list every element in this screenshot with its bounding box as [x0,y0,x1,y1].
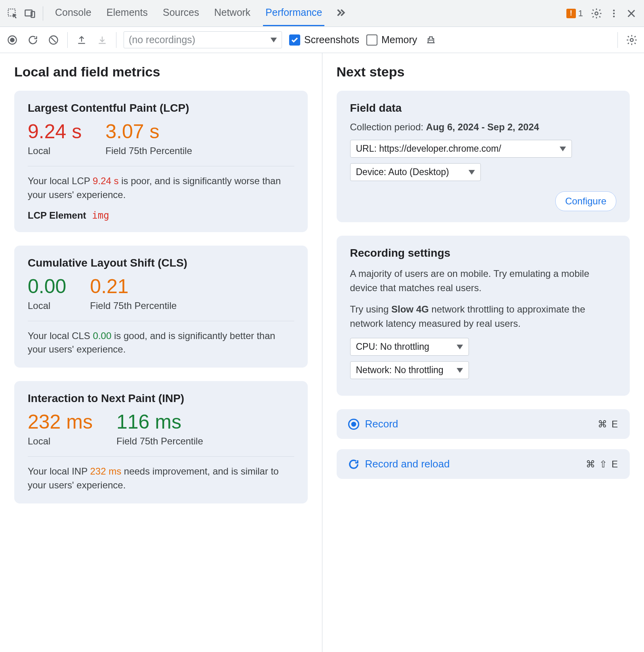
collection-period: Collection period: Aug 6, 2024 - Sep 2, … [350,122,617,133]
tab-network[interactable]: Network [212,0,253,26]
configure-button[interactable]: Configure [555,191,616,211]
more-icon[interactable] [607,6,621,21]
inp-field-value: 116 ms [116,412,203,432]
lcp-field-value: 3.07 s [105,122,192,141]
network-throttle-value: Network: No throttling [356,365,444,376]
lcp-title: Largest Contentful Paint (LCP) [28,102,294,114]
tab-console[interactable]: Console [53,0,94,26]
divider [28,321,294,321]
lcp-element-tag[interactable]: img [92,210,109,221]
memory-label: Memory [381,34,417,46]
tab-overflow-icon[interactable] [335,0,347,26]
issues-count: 1 [578,8,583,19]
lcp-element-row: LCP Element img [28,210,294,221]
capture-settings-icon[interactable] [625,33,638,47]
download-icon[interactable] [95,33,109,47]
record-icon [348,418,360,430]
svg-point-8 [10,38,14,42]
reload-icon [348,458,360,470]
lcp-card: Largest Contentful Paint (LCP) 9.24 s Lo… [14,91,308,232]
recording-note-2: Try using Slow 4G network throttling to … [350,302,617,331]
cpu-throttle-select[interactable]: CPU: No throttling [350,338,469,356]
cls-field-label: Field 75th Percentile [90,300,177,311]
next-steps-heading: Next steps [337,64,630,80]
divider [28,166,294,166]
divider [617,32,618,48]
svg-point-10 [630,38,633,42]
recordings-dropdown[interactable]: (no recordings) [124,31,282,48]
record-reload-action[interactable]: Record and reload ⌘ ⇧ E [337,449,630,479]
record-reload-shortcut: ⌘ ⇧ E [586,459,619,470]
settings-icon[interactable] [589,6,604,21]
chevron-down-icon [457,345,463,349]
reload-icon[interactable] [26,33,40,47]
checkbox-icon [289,34,300,46]
record-reload-label: Record and reload [365,458,450,470]
chevron-down-icon [469,170,475,175]
metrics-column: Local and field metrics Largest Contentf… [0,53,322,652]
field-data-card: Field data Collection period: Aug 6, 202… [337,91,630,222]
inp-local-label: Local [28,436,93,447]
devtools-tab-bar: Console Elements Sources Network Perform… [0,0,644,27]
field-data-title: Field data [350,102,617,114]
record-label: Record [365,418,398,430]
tab-elements[interactable]: Elements [104,0,150,26]
performance-panel: Local and field metrics Largest Contentf… [0,53,644,652]
recording-settings-title: Recording settings [350,247,617,259]
url-select-value: URL: https://developer.chrome.com/ [356,143,501,154]
svg-point-12 [351,421,356,427]
inp-description: Your local INP 232 ms needs improvement,… [28,465,294,492]
toggle-device-icon[interactable] [23,6,37,21]
chevron-down-icon [560,147,566,151]
warning-icon: ! [566,9,576,18]
upload-icon[interactable] [75,33,88,47]
chevron-down-icon [271,38,277,42]
url-select[interactable]: URL: https://developer.chrome.com/ [350,140,572,158]
metrics-heading: Local and field metrics [14,64,308,80]
screenshots-checkbox[interactable]: Screenshots [289,34,359,46]
device-select[interactable]: Device: Auto (Desktop) [350,163,481,181]
recordings-placeholder: (no recordings) [129,34,195,46]
performance-toolbar: (no recordings) Screenshots Memory [0,27,644,53]
svg-point-3 [595,12,598,15]
recording-settings-card: Recording settings A majority of users a… [337,236,630,396]
inp-card: Interaction to Next Paint (INP) 232 ms L… [14,381,308,503]
device-select-value: Device: Auto (Desktop) [356,167,449,177]
divider [28,456,294,457]
lcp-element-label: LCP Element [28,210,86,221]
svg-point-5 [613,12,615,14]
record-icon[interactable] [6,33,19,47]
chevron-down-icon [457,368,463,373]
inp-title: Interaction to Next Paint (INP) [28,392,294,405]
lcp-local-value: 9.24 s [28,122,82,141]
inspect-element-icon[interactable] [6,6,20,21]
clear-icon[interactable] [47,33,60,47]
close-icon[interactable] [624,6,638,21]
tab-performance[interactable]: Performance [263,0,324,26]
record-action[interactable]: Record ⌘ E [337,409,630,439]
screenshots-label: Screenshots [304,34,359,46]
recording-note-1: A majority of users are on mobile. Try e… [350,267,617,295]
lcp-field-label: Field 75th Percentile [105,145,192,156]
tab-sources[interactable]: Sources [160,0,202,26]
cls-card: Cumulative Layout Shift (CLS) 0.00 Local… [14,246,308,368]
cls-local-label: Local [28,300,66,311]
lcp-local-label: Local [28,145,82,156]
cpu-throttle-value: CPU: No throttling [356,341,429,352]
collect-garbage-icon[interactable] [424,33,438,47]
divider [67,32,68,48]
network-throttle-select[interactable]: Network: No throttling [350,361,469,379]
divider [116,32,116,48]
cls-title: Cumulative Layout Shift (CLS) [28,257,294,269]
cls-description: Your local CLS 0.00 is good, and is sign… [28,329,294,357]
lcp-description: Your local LCP 9.24 s is poor, and is si… [28,174,294,202]
memory-checkbox[interactable]: Memory [366,34,417,46]
cls-local-value: 0.00 [28,276,66,296]
divider [43,6,43,21]
inp-field-label: Field 75th Percentile [116,436,203,447]
cls-field-value: 0.21 [90,276,177,296]
issues-badge[interactable]: ! 1 [566,8,583,19]
svg-point-6 [613,15,615,17]
svg-point-4 [613,10,615,11]
checkbox-icon [366,34,377,46]
